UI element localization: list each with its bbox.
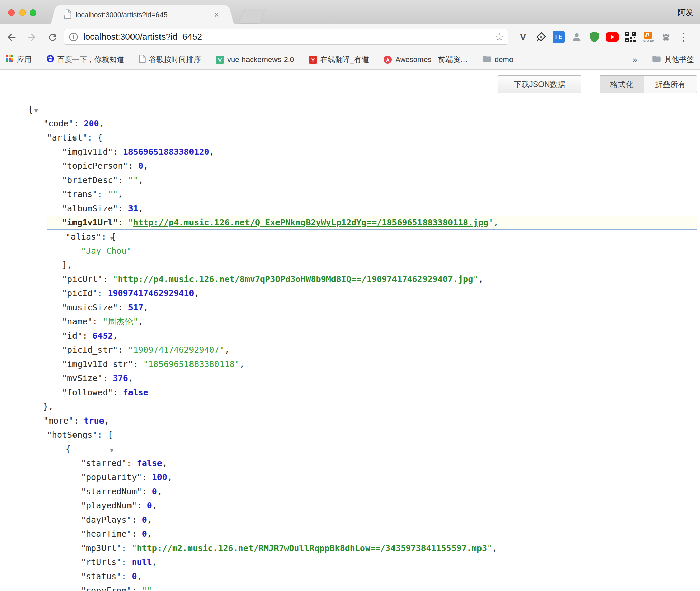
json-string: ": [487, 543, 492, 553]
vue-icon: V: [216, 56, 224, 64]
json-literal: false: [137, 458, 162, 468]
json-punctuation: {: [97, 133, 103, 143]
json-punctuation: :: [118, 345, 128, 355]
download-json-button[interactable]: 下载JSON数据: [498, 75, 581, 93]
json-key: "musicSize": [62, 303, 118, 312]
json-line: "img1v1Id_str": "18569651883380118",: [0, 357, 700, 371]
collapse-toggle-icon[interactable]: ▼: [34, 108, 38, 113]
json-string: "": [142, 586, 152, 591]
json-punctuation: :: [118, 303, 128, 312]
apps-grid-icon: [6, 55, 13, 64]
user-silhouette-extension-icon[interactable]: [570, 30, 583, 44]
json-punctuation: [: [108, 430, 113, 440]
json-link[interactable]: http://p4.music.126.net/8mv7qP30Pd3oHW8b…: [118, 274, 473, 284]
browser-window: localhost:3000/artists?id=645 × 阿发 local…: [0, 0, 700, 591]
json-punctuation: ,: [157, 487, 162, 496]
json-number: 200: [84, 119, 99, 128]
json-punctuation: {: [28, 104, 33, 114]
browser-tab[interactable]: localhost:3000/artists?id=645 ×: [58, 5, 227, 24]
bookmark-star-icon[interactable]: ☆: [495, 30, 504, 44]
other-bookmarks-folder[interactable]: 其他书签: [652, 55, 694, 65]
json-line: "trans": "",: [0, 187, 700, 201]
json-number: 6452: [92, 331, 113, 341]
bookmark-baidu[interactable]: 百度一下，你就知道: [47, 55, 124, 65]
json-punctuation: :: [113, 387, 123, 397]
json-line: "picUrl": "http://p4.music.126.net/8mv7q…: [0, 272, 700, 286]
paw-extension-icon[interactable]: [660, 30, 672, 44]
bookmark-youdao-translate[interactable]: Y 在线翻译_有道: [309, 55, 369, 65]
json-line: "topicPerson": 0,: [0, 159, 700, 173]
browser-menu-icon[interactable]: ⋮: [677, 30, 690, 44]
tab-close-icon[interactable]: ×: [214, 10, 220, 20]
json-punctuation: :: [142, 472, 152, 482]
json-punctuation: :: [128, 161, 138, 171]
json-punctuation: ,: [143, 161, 148, 171]
back-button[interactable]: [5, 31, 18, 43]
collapse-toggle-icon[interactable]: ▼: [110, 447, 114, 453]
json-punctuation: {: [66, 444, 71, 454]
json-literal: false: [123, 387, 148, 397]
bookmarks-overflow-chevron-icon[interactable]: »: [633, 55, 637, 65]
profile-name[interactable]: 阿发: [678, 7, 693, 18]
json-punctuation: ,: [147, 529, 152, 539]
url-text[interactable]: localhost:3000/artists?id=6452: [83, 29, 202, 44]
zoom-window-button[interactable]: [30, 9, 36, 16]
json-link[interactable]: http://p4.music.126.net/Q_ExePNkmgB2yWyL…: [133, 218, 489, 227]
folder-icon: [652, 55, 661, 64]
document-icon: [139, 55, 146, 65]
vimium-extension-icon[interactable]: V: [517, 30, 529, 44]
json-punctuation: },: [43, 402, 53, 411]
reload-button[interactable]: [47, 31, 59, 43]
close-window-button[interactable]: [8, 9, 15, 16]
bookmarks-bar: 应用 百度一下，你就知道 谷歌按时间排序 V vue-hackernews-2.…: [0, 50, 700, 70]
player-extension-icon[interactable]: PLAYER: [642, 30, 654, 44]
fehelper-extension-icon[interactable]: FE: [552, 30, 565, 44]
collapse-all-button[interactable]: 折叠所有: [644, 76, 697, 93]
json-literal: true: [84, 416, 104, 426]
json-key: "img1v1Id_str": [62, 359, 133, 369]
json-punctuation: :: [118, 204, 128, 213]
json-key: "more": [43, 416, 74, 426]
omnibox[interactable]: localhost:3000/artists?id=6452 ☆: [64, 29, 508, 45]
json-line: "albumSize": 31,: [0, 201, 700, 216]
shield-extension-icon[interactable]: [588, 30, 601, 44]
json-string: ": [128, 218, 133, 227]
bookmark-google-sort[interactable]: 谷歌按时间排序: [139, 55, 201, 65]
json-key: "trans": [62, 189, 97, 199]
json-number: 376: [113, 373, 128, 383]
json-key: "picId": [62, 288, 97, 298]
qrcode-extension-icon[interactable]: [624, 30, 637, 44]
json-line: "mp3Url": "http://m2.music.126.net/RMJR7…: [0, 541, 700, 555]
json-link[interactable]: http://m2.music.126.net/RMJR7wDullRqppBk…: [137, 543, 487, 553]
forward-button[interactable]: [26, 31, 38, 43]
json-string: "": [108, 189, 118, 199]
json-punctuation: ,: [162, 458, 167, 468]
json-line: "playedNum": 0,: [0, 499, 700, 513]
json-key: "mp3Url": [81, 543, 121, 553]
apps-shortcut[interactable]: 应用: [6, 55, 32, 65]
json-punctuation: :: [97, 430, 108, 440]
json-literal: null: [132, 557, 152, 567]
json-punctuation: :: [121, 543, 132, 553]
baidu-paw-icon: [47, 55, 54, 64]
json-punctuation: ,: [478, 274, 483, 284]
minimize-window-button[interactable]: [19, 9, 26, 16]
json-punctuation: :: [126, 458, 137, 468]
json-string: "周杰伦": [103, 317, 138, 326]
bookmark-awesomes[interactable]: A Awesomes - 前端资…: [384, 55, 468, 65]
awesomes-icon: A: [384, 56, 392, 64]
format-button[interactable]: 格式化: [600, 76, 644, 93]
bookmark-vue-hackernews[interactable]: V vue-hackernews-2.0: [216, 55, 294, 64]
site-info-icon[interactable]: [68, 32, 79, 43]
json-key: "dayPlays": [81, 515, 132, 525]
bookmark-label: 在线翻译_有道: [320, 55, 369, 65]
json-number: 19097417462929410: [108, 288, 194, 298]
json-string: ": [113, 274, 118, 284]
bookmark-demo-folder[interactable]: demo: [483, 55, 513, 64]
json-punctuation: ,: [138, 175, 143, 185]
youtube-extension-icon[interactable]: [606, 30, 619, 44]
json-key: "status": [81, 571, 121, 581]
json-string: ": [132, 543, 137, 553]
new-tab-button[interactable]: [238, 9, 266, 24]
translate-pen-extension-icon[interactable]: [534, 30, 547, 44]
